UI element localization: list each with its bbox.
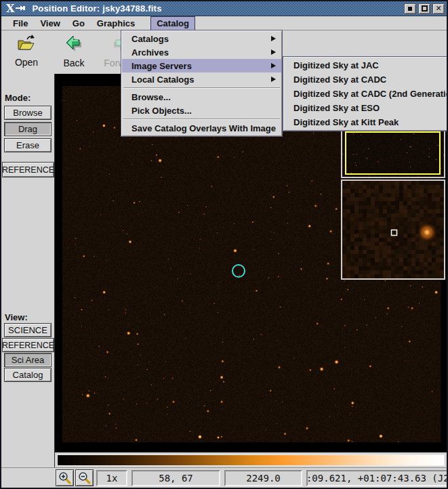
menu-item-catalogs[interactable]: Catalogs (122, 32, 281, 45)
submenu-arrow-icon (271, 77, 276, 82)
menu-item-label: Local Catalogs (131, 75, 194, 85)
menu-item-browse[interactable]: Browse... (122, 90, 281, 104)
mode-erase-button[interactable]: Erase (4, 138, 52, 152)
submenu-item-jac[interactable]: Digitized Sky at JAC (284, 58, 448, 72)
x-logo-icon: X (6, 3, 14, 14)
menu-item-label: Archives (131, 47, 169, 58)
zoom-image (342, 181, 444, 278)
sidebar: Mode: Browse Drag Erase REFERENCE View: … (1, 74, 55, 467)
back-arrow-icon (64, 35, 83, 55)
mode-drag-button[interactable]: Drag (4, 122, 52, 136)
position-marker[interactable] (232, 264, 245, 278)
minimize-icon (408, 7, 412, 11)
menu-item-label: Image Servers (131, 61, 192, 71)
zoom-level-field: 1x (96, 470, 127, 486)
mode-browse-button[interactable]: Browse (4, 106, 52, 120)
menu-item-label: Save Catalog Overlays With Image (131, 123, 276, 133)
zoom-in-button[interactable] (56, 469, 74, 486)
menu-item-pick-objects[interactable]: Pick Objects... (122, 104, 281, 117)
submenu-item-label: Digitized Sky at JAC (293, 60, 379, 70)
wcs-coords-field: :02:09.621, +01:07:43.63 (J2000) (306, 470, 448, 486)
menu-file[interactable]: File (7, 17, 34, 30)
back-button[interactable]: Back (56, 35, 92, 68)
zoom-out-icon (77, 471, 91, 485)
pan-view-rect[interactable] (345, 131, 441, 175)
minimize-button[interactable] (404, 3, 416, 14)
menu-item-image-servers[interactable]: Image Servers (122, 59, 281, 72)
submenu-item-label: Digitized Sky at ESO (293, 103, 380, 113)
view-reference-button[interactable]: REFERENCE (2, 338, 54, 352)
menu-view[interactable]: View (34, 17, 66, 30)
catalog-menu: Catalogs Archives Image Servers Local Ca… (121, 30, 283, 137)
statusbar: 1x 58, 67 2249.0 :02:09.621, +01:07:43.6… (1, 467, 447, 488)
menu-item-archives[interactable]: Archives (122, 45, 281, 59)
pixel-value-field: 2249.0 (224, 470, 302, 486)
submenu-item-kitt-peak[interactable]: Digitized Sky at Kitt Peak (284, 115, 448, 129)
submenu-item-label: Digitized Sky at Kitt Peak (293, 117, 399, 127)
open-label: Open (15, 57, 38, 68)
submenu-item-label: Digitized Sky at CADC (293, 75, 386, 85)
view-sci-area-button[interactable]: Sci Area (4, 353, 52, 367)
zoom-out-button[interactable] (75, 469, 94, 486)
menu-item-label: Browse... (131, 92, 171, 102)
zoom-window (341, 179, 445, 280)
close-icon: ✕ (435, 5, 441, 12)
menu-go[interactable]: Go (66, 17, 91, 30)
submenu-item-cadc[interactable]: Digitized Sky at CADC (284, 72, 448, 87)
maximize-icon (422, 5, 428, 12)
submenu-arrow-icon (271, 49, 276, 55)
open-button[interactable]: Open (8, 35, 45, 68)
image-servers-submenu: Digitized Sky at JAC Digitized Sky at CA… (283, 56, 448, 131)
colorbar-strip (55, 452, 447, 467)
window: X Position Editor: jsky34788.fits ✕ File… (0, 0, 448, 489)
maximize-button[interactable] (418, 3, 430, 14)
menu-item-label: Catalogs (131, 34, 169, 44)
submenu-item-label: Digitized Sky at CADC (2nd Generation (293, 89, 448, 99)
open-folder-icon (16, 35, 37, 54)
pushpin-icon (16, 3, 26, 15)
close-button[interactable]: ✕ (432, 3, 445, 14)
back-label: Back (63, 58, 84, 68)
colorbar (57, 454, 445, 466)
zoom-in-icon (58, 471, 72, 485)
menu-separator (123, 87, 280, 89)
submenu-arrow-icon (271, 63, 276, 68)
reference-button[interactable]: REFERENCE (2, 162, 54, 177)
menubar: File View Go Graphics Catalog (1, 16, 447, 30)
view-science-button[interactable]: SCIENCE (4, 323, 52, 337)
mode-label: Mode: (5, 93, 30, 103)
window-title: Position Editor: jsky34788.fits (32, 3, 161, 14)
menu-catalog[interactable]: Catalog (150, 16, 195, 30)
menu-item-label: Pick Objects... (131, 106, 192, 116)
pixel-coords-field: 58, 67 (131, 470, 220, 486)
view-catalog-button[interactable]: Catalog (4, 368, 52, 382)
submenu-item-cadc-2nd-gen[interactable]: Digitized Sky at CADC (2nd Generation (284, 87, 448, 101)
submenu-item-eso[interactable]: Digitized Sky at ESO (284, 101, 448, 115)
menu-graphics[interactable]: Graphics (91, 17, 141, 30)
menu-item-save-catalog-overlays[interactable]: Save Catalog Overlays With Image (122, 121, 281, 135)
titlebar[interactable]: X Position Editor: jsky34788.fits ✕ (1, 1, 447, 16)
menu-item-local-catalogs[interactable]: Local Catalogs (122, 72, 281, 86)
submenu-arrow-icon (271, 36, 276, 41)
view-label: View: (5, 312, 28, 322)
menu-separator (123, 119, 280, 120)
